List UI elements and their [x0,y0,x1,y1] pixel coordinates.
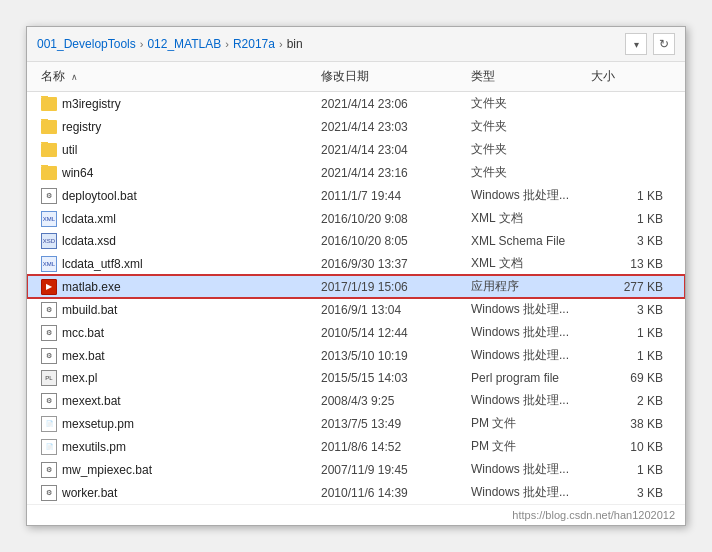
file-name-cell: registry [37,119,317,135]
col-type[interactable]: 类型 [467,66,587,87]
file-name: win64 [62,166,93,180]
file-name: registry [62,120,101,134]
col-date[interactable]: 修改日期 [317,66,467,87]
file-size: 13 KB [587,256,667,272]
file-date: 2013/5/10 10:19 [317,348,467,364]
table-row[interactable]: 📄mexutils.pm2011/8/6 14:52PM 文件10 KB [27,435,685,458]
breadcrumb-item-3[interactable]: R2017a [233,37,275,51]
file-size [587,103,667,105]
breadcrumb-item-2[interactable]: 012_MATLAB [147,37,221,51]
xml-icon: XML [41,211,57,227]
breadcrumb-item-1[interactable]: 001_DevelopTools [37,37,136,51]
file-type: 文件夹 [467,140,587,159]
file-type: PM 文件 [467,437,587,456]
col-size[interactable]: 大小 [587,66,667,87]
pl-icon: PL [41,370,57,386]
table-row[interactable]: m3iregistry2021/4/14 23:06文件夹 [27,92,685,115]
file-name: mexext.bat [62,394,121,408]
file-name: lcdata.xml [62,212,116,226]
bat-icon: ⚙ [41,348,57,364]
file-name: mex.pl [62,371,97,385]
file-type: 文件夹 [467,163,587,182]
file-size: 277 KB [587,279,667,295]
table-row[interactable]: XMLlcdata.xml2016/10/20 9:08XML 文档1 KB [27,207,685,230]
table-row[interactable]: ⚙mex.bat2013/5/10 10:19Windows 批处理...1 K… [27,344,685,367]
table-row[interactable]: ⚙mcc.bat2010/5/14 12:44Windows 批处理...1 K… [27,321,685,344]
file-name-cell: ⚙deploytool.bat [37,187,317,205]
breadcrumb-sep-2: › [225,38,229,50]
file-name-cell: ⚙worker.bat [37,484,317,502]
exe-icon: ▶ [41,279,57,295]
table-row[interactable]: ⚙mw_mpiexec.bat2007/11/9 19:45Windows 批处… [27,458,685,481]
file-name-cell: PLmex.pl [37,369,317,387]
file-name-cell: XMLlcdata_utf8.xml [37,255,317,273]
file-date: 2010/11/6 14:39 [317,485,467,501]
table-row[interactable]: XMLlcdata_utf8.xml2016/9/30 13:37XML 文档1… [27,252,685,275]
file-date: 2021/4/14 23:03 [317,119,467,135]
refresh-button[interactable]: ↻ [653,33,675,55]
folder-icon [41,120,57,134]
file-name-cell: ⚙mexext.bat [37,392,317,410]
file-name: m3iregistry [62,97,121,111]
file-date: 2017/1/19 15:06 [317,279,467,295]
title-bar: 001_DevelopTools › 012_MATLAB › R2017a ›… [27,27,685,62]
file-date: 2016/10/20 8:05 [317,233,467,249]
table-row[interactable]: PLmex.pl2015/5/15 14:03Perl program file… [27,367,685,389]
file-size [587,172,667,174]
file-type: Windows 批处理... [467,483,587,502]
file-size: 69 KB [587,370,667,386]
file-name: mcc.bat [62,326,104,340]
bat-icon: ⚙ [41,325,57,341]
generic-icon: 📄 [41,439,57,455]
file-name: lcdata.xsd [62,234,116,248]
file-size: 38 KB [587,416,667,432]
file-name-cell: 📄mexsetup.pm [37,415,317,433]
file-date: 2013/7/5 13:49 [317,416,467,432]
file-size: 3 KB [587,233,667,249]
file-name: matlab.exe [62,280,121,294]
file-date: 2021/4/14 23:16 [317,165,467,181]
file-size: 1 KB [587,462,667,478]
file-date: 2011/1/7 19:44 [317,188,467,204]
file-size: 3 KB [587,302,667,318]
table-row[interactable]: XSDlcdata.xsd2016/10/20 8:05XML Schema F… [27,230,685,252]
xsd-icon: XSD [41,233,57,249]
bat-icon: ⚙ [41,393,57,409]
xml-icon: XML [41,256,57,272]
file-type: Windows 批处理... [467,300,587,319]
file-date: 2008/4/3 9:25 [317,393,467,409]
table-row[interactable]: 📄mexsetup.pm2013/7/5 13:49PM 文件38 KB [27,412,685,435]
file-date: 2015/5/15 14:03 [317,370,467,386]
table-row[interactable]: ⚙mexext.bat2008/4/3 9:25Windows 批处理...2 … [27,389,685,412]
file-type: 应用程序 [467,277,587,296]
table-row[interactable]: win642021/4/14 23:16文件夹 [27,161,685,184]
folder-icon [41,143,57,157]
folder-icon [41,166,57,180]
file-size: 1 KB [587,325,667,341]
file-date: 2010/5/14 12:44 [317,325,467,341]
col-name[interactable]: 名称 ∧ [37,66,317,87]
table-row[interactable]: registry2021/4/14 23:03文件夹 [27,115,685,138]
table-row[interactable]: ▶matlab.exe2017/1/19 15:06应用程序277 KB [27,275,685,298]
file-name-cell: util [37,142,317,158]
file-type: PM 文件 [467,414,587,433]
file-date: 2021/4/14 23:04 [317,142,467,158]
file-name-cell: win64 [37,165,317,181]
table-row[interactable]: ⚙deploytool.bat2011/1/7 19:44Windows 批处理… [27,184,685,207]
table-row[interactable]: util2021/4/14 23:04文件夹 [27,138,685,161]
file-date: 2016/9/30 13:37 [317,256,467,272]
file-type: Perl program file [467,370,587,386]
dropdown-button[interactable]: ▾ [625,33,647,55]
breadcrumb-item-4: bin [287,37,303,51]
bat-icon: ⚙ [41,302,57,318]
sort-arrow: ∧ [71,72,78,82]
file-size [587,149,667,151]
file-name-cell: XMLlcdata.xml [37,210,317,228]
file-name-cell: 📄mexutils.pm [37,438,317,456]
file-type: XML 文档 [467,254,587,273]
file-name: deploytool.bat [62,189,137,203]
file-type: 文件夹 [467,117,587,136]
table-row[interactable]: ⚙worker.bat2010/11/6 14:39Windows 批处理...… [27,481,685,504]
file-date: 2021/4/14 23:06 [317,96,467,112]
table-row[interactable]: ⚙mbuild.bat2016/9/1 13:04Windows 批处理...3… [27,298,685,321]
